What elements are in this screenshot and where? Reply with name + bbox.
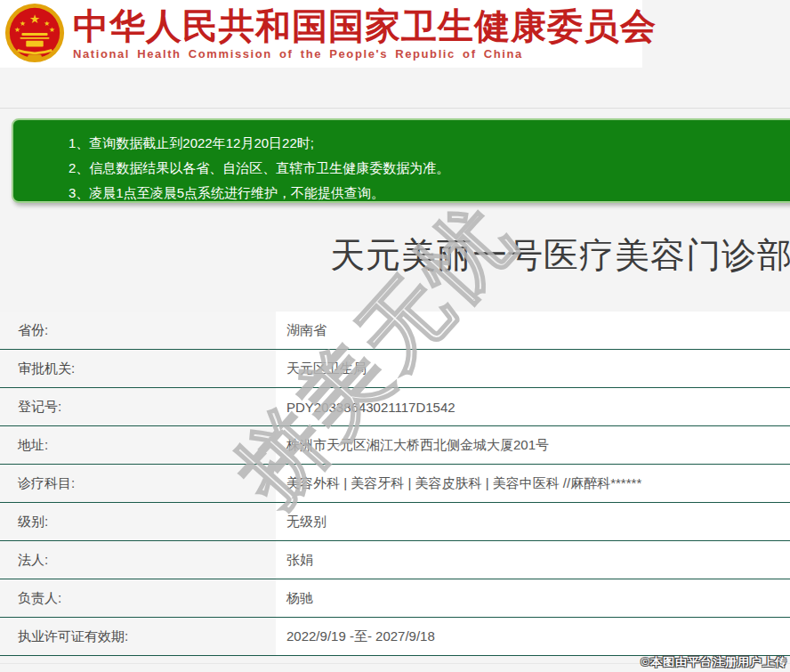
- notice-line: 1、查询数据截止到2022年12月20日22时;: [69, 131, 790, 156]
- field-label: 审批机关:: [0, 350, 276, 387]
- table-row-registration-no: 登记号: PDY20338643021117D1542: [0, 388, 790, 426]
- table-row-license-validity: 执业许可证有效期: 2022/9/19 -至- 2027/9/18: [0, 618, 790, 656]
- svg-text:★: ★: [14, 26, 20, 34]
- site-header: ★ ★ ★ ★ ★ 中华人民共和国国家卫生健康委员会 National Heal…: [0, 0, 642, 68]
- national-emblem-icon: ★ ★ ★ ★ ★: [4, 3, 66, 65]
- table-row-departments: 诊疗科目: 美容外科 | 美容牙科 | 美容皮肤科 | 美容中医科 //麻醉科*…: [0, 465, 790, 503]
- table-row-address: 地址: 株洲市天元区湘江大桥西北侧金城大厦201号: [0, 426, 790, 465]
- field-label: 登记号:: [0, 388, 276, 425]
- table-row-legal-person: 法人: 张娟: [0, 541, 790, 579]
- field-value: 湖南省: [276, 312, 790, 349]
- field-label: 法人:: [0, 541, 276, 579]
- table-row-approval-authority: 审批机关: 天元区卫生局: [0, 350, 790, 388]
- field-label: 级别:: [0, 503, 276, 540]
- header-divider: [0, 108, 790, 109]
- field-label: 诊疗科目:: [0, 465, 276, 502]
- info-table: 省份: 湖南省 审批机关: 天元区卫生局 登记号: PDY20338643021…: [0, 312, 790, 656]
- field-label: 地址:: [0, 426, 276, 464]
- svg-text:★: ★: [49, 26, 55, 34]
- institution-title: 天元美丽一号医疗美容门诊部: [330, 231, 790, 279]
- field-value: PDY20338643021117D1542: [276, 388, 790, 425]
- table-row-province: 省份: 湖南省: [0, 312, 790, 350]
- upload-copyright-overlay: ©本图由平台注册用户上传: [641, 654, 787, 670]
- field-value: 无级别: [276, 503, 790, 540]
- header-text: 中华人民共和国国家卫生健康委员会 National Health Commiss…: [73, 7, 657, 61]
- field-label: 负责人:: [0, 579, 276, 617]
- field-value: 美容外科 | 美容牙科 | 美容皮肤科 | 美容中医科 //麻醉科******: [276, 465, 790, 502]
- svg-text:★: ★: [29, 12, 40, 26]
- field-value: 天元区卫生局: [276, 350, 790, 387]
- field-label: 省份:: [0, 312, 276, 349]
- field-value: 张娟: [276, 541, 790, 579]
- notice-box: 1、查询数据截止到2022年12月20日22时; 2、信息数据结果以各省、自治区…: [12, 118, 790, 203]
- query-result-page: ★ ★ ★ ★ ★ 中华人民共和国国家卫生健康委员会 National Heal…: [0, 0, 790, 672]
- header-title-en: National Health Commission of the People…: [73, 47, 657, 61]
- field-value: 杨驰: [276, 579, 790, 617]
- table-row-person-in-charge: 负责人: 杨驰: [0, 579, 790, 618]
- table-row-level: 级别: 无级别: [0, 503, 790, 541]
- field-label: 执业许可证有效期:: [0, 618, 276, 655]
- notice-line: 3、凌晨1点至凌晨5点系统进行维护，不能提供查询。: [69, 181, 790, 206]
- header-title-cn: 中华人民共和国国家卫生健康委员会: [73, 7, 657, 45]
- notice-line: 2、信息数据结果以各省、自治区、直辖市卫生健康委数据为准。: [69, 156, 790, 181]
- field-value: 2022/9/19 -至- 2027/9/18: [276, 618, 790, 655]
- field-value: 株洲市天元区湘江大桥西北侧金城大厦201号: [276, 426, 790, 464]
